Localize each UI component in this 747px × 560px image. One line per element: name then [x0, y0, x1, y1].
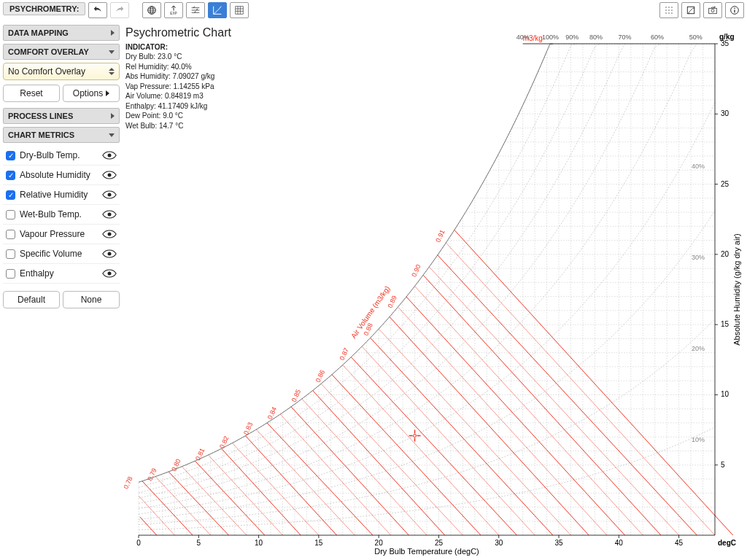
default-button[interactable]: Default — [3, 291, 60, 308]
comfort-overlay-select[interactable]: No Comfort Overlay — [3, 63, 120, 80]
metric-label: Wet-Bulb Temp. — [20, 209, 82, 219]
svg-text:35: 35 — [554, 539, 563, 547]
svg-point-3 — [665, 7, 666, 7]
metric-label: Absolute Humidity — [20, 170, 90, 180]
visibility-toggle[interactable] — [102, 190, 117, 200]
svg-point-7 — [668, 9, 669, 10]
panel-label: PROCESS LINES — [8, 112, 73, 120]
svg-text:90%: 90% — [565, 34, 578, 41]
visibility-toggle[interactable] — [102, 268, 117, 279]
psychro-icon — [212, 4, 223, 16]
metric-row: Wet-Bulb Temp. — [3, 205, 120, 225]
svg-text:25: 25 — [435, 539, 444, 547]
export-button[interactable]: EXP — [164, 2, 183, 18]
metric-label: Dry-Bulb Temp. — [20, 150, 80, 160]
chevron-right-icon — [111, 113, 115, 119]
svg-text:40%: 40% — [692, 163, 705, 170]
eye-icon — [102, 268, 117, 279]
panel-process-lines[interactable]: PROCESS LINES — [3, 108, 120, 124]
svg-point-18 — [108, 154, 112, 158]
visibility-toggle[interactable] — [102, 209, 117, 219]
panel-data-mapping[interactable]: DATA MAPPING — [3, 25, 120, 41]
svg-text:0.81: 0.81 — [194, 447, 206, 462]
metric-row: Enthalpy — [3, 264, 120, 284]
metric-checkbox[interactable]: ✓ — [6, 171, 15, 180]
eye-icon — [102, 170, 117, 180]
svg-text:Dry Bulb Temperature (degC): Dry Bulb Temperature (degC) — [374, 547, 479, 556]
reset-button[interactable]: Reset — [3, 85, 60, 102]
mode-label: PSYCHROMETRY: — [3, 2, 85, 15]
metric-checkbox[interactable] — [6, 269, 15, 279]
svg-text:20%: 20% — [692, 345, 705, 352]
svg-text:0.80: 0.80 — [170, 458, 182, 472]
box-view-button[interactable] — [681, 2, 700, 18]
svg-line-115 — [195, 461, 264, 535]
svg-text:20: 20 — [375, 539, 384, 547]
svg-line-119 — [245, 436, 336, 535]
svg-line-128 — [343, 365, 499, 535]
metric-label: Specific Volume — [20, 249, 82, 259]
svg-text:20: 20 — [721, 250, 729, 258]
options-button[interactable]: Options — [63, 85, 120, 102]
visibility-toggle[interactable] — [102, 249, 117, 259]
svg-text:0.79: 0.79 — [146, 467, 158, 482]
panel-chart-metrics[interactable]: CHART METRICS — [3, 127, 120, 143]
svg-text:30: 30 — [495, 539, 503, 547]
metric-checkbox[interactable] — [6, 230, 15, 239]
visibility-toggle[interactable] — [102, 170, 117, 180]
metric-checkbox[interactable]: ✓ — [6, 190, 15, 200]
svg-text:0.84: 0.84 — [266, 405, 278, 420]
svg-line-112 — [155, 477, 211, 535]
svg-text:EXP: EXP — [171, 12, 177, 15]
metric-checkbox[interactable]: ✓ — [6, 151, 15, 160]
svg-text:10%: 10% — [692, 436, 705, 443]
panel-comfort-overlay[interactable]: COMFORT OVERLAY — [3, 44, 120, 60]
svg-line-109 — [140, 517, 157, 535]
undo-icon — [92, 4, 104, 16]
grid-icon — [233, 4, 245, 16]
sliders-icon — [190, 4, 201, 16]
visibility-toggle[interactable] — [102, 229, 117, 239]
svg-line-134 — [398, 307, 607, 535]
screenshot-button[interactable] — [703, 2, 722, 18]
metric-row: Specific Volume — [3, 244, 120, 264]
svg-text:5: 5 — [197, 539, 201, 547]
info-icon — [729, 4, 740, 16]
info-button[interactable] — [725, 2, 744, 18]
svg-text:Absolute Humidity (g/kg dry ai: Absolute Humidity (g/kg dry air) — [732, 233, 741, 345]
eye-icon — [102, 229, 117, 239]
svg-text:60%: 60% — [651, 34, 664, 41]
sidebar: DATA MAPPING COMFORT OVERLAY No Comfort … — [3, 22, 120, 308]
svg-point-9 — [665, 12, 666, 13]
svg-line-120 — [256, 429, 355, 535]
svg-text:0.90: 0.90 — [410, 263, 422, 278]
svg-text:0.85: 0.85 — [290, 389, 302, 403]
none-button[interactable]: None — [63, 291, 120, 308]
metric-checkbox[interactable] — [6, 210, 15, 219]
metric-checkbox[interactable] — [6, 249, 15, 259]
visibility-toggle[interactable] — [102, 150, 117, 160]
svg-text:0.78: 0.78 — [124, 475, 134, 490]
redo-button[interactable] — [110, 2, 129, 18]
svg-point-10 — [668, 12, 669, 13]
svg-line-114 — [182, 467, 247, 535]
svg-line-123 — [291, 407, 409, 535]
psychro-chart-button[interactable] — [208, 2, 227, 18]
svg-point-11 — [671, 12, 672, 13]
svg-text:40%: 40% — [516, 34, 530, 41]
eye-icon — [102, 249, 117, 259]
psychrometric-chart[interactable]: 0.780.790.800.810.820.830.840.850.860.87… — [124, 22, 744, 557]
svg-line-126 — [321, 384, 462, 535]
svg-text:0: 0 — [136, 539, 141, 547]
svg-point-5 — [671, 7, 672, 7]
globe-button[interactable] — [142, 2, 161, 18]
settings-button[interactable] — [186, 2, 205, 18]
svg-text:30%: 30% — [692, 254, 705, 261]
svg-line-118 — [232, 443, 319, 535]
undo-button[interactable] — [88, 2, 107, 18]
svg-point-14 — [711, 9, 714, 12]
grid-button[interactable] — [230, 2, 249, 18]
svg-point-8 — [671, 9, 672, 10]
dots-view-button[interactable] — [659, 2, 678, 18]
svg-point-21 — [108, 213, 112, 217]
